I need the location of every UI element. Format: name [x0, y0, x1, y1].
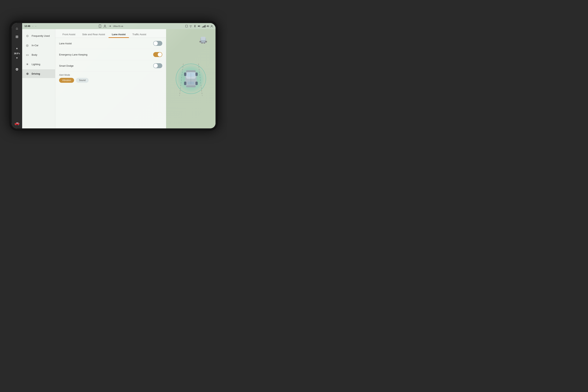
svg-rect-0	[99, 24, 101, 28]
car-ahead-indicator	[198, 35, 208, 47]
svg-rect-16	[186, 70, 196, 72]
sidebar-item-lighting[interactable]: ☀ Lighting	[22, 60, 55, 68]
sidebar-item-label: Lighting	[32, 63, 40, 66]
alert-vibration-button[interactable]: Vibration	[59, 78, 74, 83]
status-time: 12:46	[24, 25, 30, 28]
content-area: Front Assist Side and Rear Assist Lane A…	[55, 29, 166, 128]
sidebar-item-driving[interactable]: ⊛ Driving	[22, 69, 55, 78]
temp-up-button[interactable]: ▲	[14, 46, 20, 50]
nav-phone-icon	[98, 24, 102, 28]
tab-traffic-assist[interactable]: Traffic Assist	[129, 32, 150, 38]
svg-rect-8	[200, 41, 201, 42]
settings-list: Lane Assist Emergency Lane Keeping Smart…	[55, 38, 166, 128]
setting-row-lane-assist: Lane Assist	[59, 38, 162, 49]
svg-rect-11	[204, 42, 205, 44]
svg-rect-17	[186, 86, 196, 87]
car-body-svg	[183, 68, 198, 89]
sidebar-item-label: Body	[32, 54, 37, 56]
bluetooth-icon	[193, 25, 196, 28]
setting-row-smart-dodge: Smart Dodge	[59, 60, 162, 72]
sidebar-item-in-car[interactable]: ◎ In-Car	[22, 41, 55, 50]
svg-point-2	[104, 25, 106, 26]
car-back-icon[interactable]: 🚗	[14, 120, 20, 126]
svg-rect-20	[184, 82, 186, 85]
status-dots1: ··	[32, 25, 33, 27]
emergency-lane-keeping-toggle[interactable]	[153, 52, 162, 57]
lighting-icon: ☀	[25, 62, 29, 66]
svg-rect-21	[196, 82, 198, 85]
volume-icon	[198, 25, 201, 28]
grid-icon[interactable]: ⊞	[14, 33, 20, 40]
svg-rect-10	[201, 42, 203, 44]
svg-point-5	[211, 25, 212, 26]
car-illustration	[172, 60, 210, 98]
temp-down-button[interactable]: ▼	[14, 56, 20, 60]
home-icon[interactable]: ⌂	[14, 25, 20, 32]
alert-options: Vibration Sound	[59, 78, 162, 83]
fan-icon[interactable]: ✿	[14, 66, 20, 73]
street-name: Ulitsa 81-va	[113, 25, 123, 27]
frequently-used-icon: ⊙	[25, 34, 29, 38]
emergency-lane-keeping-label: Emergency Lane Keeping	[59, 53, 88, 56]
network-badge: 4G	[206, 25, 209, 27]
main-panel: ⊙ Frequently Used ◎ In-Car ▭ Body ☀ Ligh…	[22, 29, 166, 128]
wifi-icon	[189, 25, 192, 28]
tab-side-rear-assist[interactable]: Side and Rear Assist	[79, 32, 108, 38]
sidebar-item-body[interactable]: ▭ Body	[22, 50, 55, 59]
user-icon	[210, 25, 213, 28]
alert-sound-button[interactable]: Sound	[76, 78, 89, 83]
svg-point-4	[190, 27, 191, 28]
driving-icon: ⊛	[25, 72, 29, 76]
svg-rect-19	[196, 72, 198, 76]
in-car-icon: ◎	[25, 43, 29, 47]
status-bar: 12:46 ·· ·· Ulitsa 81-va	[22, 23, 216, 29]
smart-dodge-toggle[interactable]	[153, 63, 162, 68]
car-visualization-area	[166, 29, 216, 128]
car-infotainment-frame: ⌂ ⊞ ▲ 18.5°c ▼ ✿ 🚗 12:46 ·· ··	[10, 21, 218, 131]
svg-rect-3	[186, 25, 188, 27]
sidebar-item-label: Frequently Used	[32, 34, 50, 37]
svg-rect-9	[205, 41, 207, 42]
car-ahead-svg	[198, 35, 208, 46]
body-icon: ▭	[25, 53, 29, 57]
lane-assist-label: Lane Assist	[59, 42, 72, 45]
screen: ⌂ ⊞ ▲ 18.5°c ▼ ✿ 🚗 12:46 ·· ··	[12, 23, 216, 128]
alert-mode-section: Alert Mode Vibration Sound	[59, 72, 162, 83]
lane-assist-toggle[interactable]	[153, 41, 162, 46]
sidebar-item-label: Driving	[32, 72, 40, 75]
smart-dodge-label: Smart Dodge	[59, 64, 74, 67]
sidebar-item-label: In-Car	[32, 44, 38, 47]
alert-mode-label: Alert Mode	[59, 74, 162, 76]
nav-arrows-icon	[108, 24, 112, 28]
sidebar-item-frequently-used[interactable]: ⊙ Frequently Used	[22, 32, 55, 40]
setting-row-emergency-lane-keeping: Emergency Lane Keeping	[59, 49, 162, 60]
svg-rect-18	[184, 72, 186, 76]
svg-rect-7	[201, 37, 206, 40]
phone-icon	[185, 25, 188, 28]
nav-person-icon	[103, 24, 106, 28]
tab-lane-assist[interactable]: Lane Assist	[108, 32, 129, 38]
status-dots2: ··	[35, 25, 36, 27]
icon-sidebar: ⌂ ⊞ ▲ 18.5°c ▼ ✿ 🚗	[12, 23, 22, 128]
temperature-display: 18.5°c	[14, 52, 20, 54]
signal-bars	[202, 25, 206, 28]
tab-front-assist[interactable]: Front Assist	[59, 32, 79, 38]
tab-bar: Front Assist Side and Rear Assist Lane A…	[55, 29, 166, 38]
menu-sidebar: ⊙ Frequently Used ◎ In-Car ▭ Body ☀ Ligh…	[22, 29, 55, 128]
